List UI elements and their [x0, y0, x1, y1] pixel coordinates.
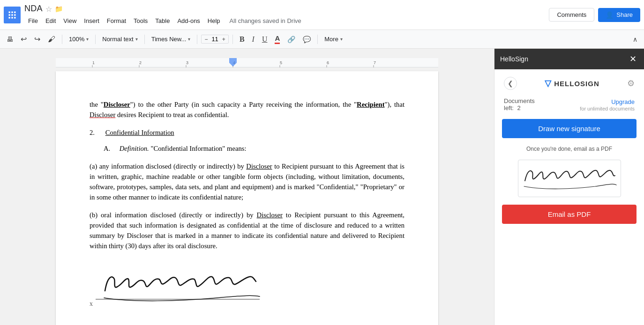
italic-icon: I — [252, 35, 255, 44]
signature-preview-svg — [520, 162, 619, 195]
bold-button[interactable]: B — [237, 33, 247, 45]
font-size-decrease[interactable]: − — [203, 36, 209, 43]
nav-left-button[interactable]: ❮ — [504, 77, 517, 90]
comment-icon: 💬 — [303, 36, 311, 43]
menu-help[interactable]: Help — [204, 15, 224, 26]
menu-insert[interactable]: Insert — [80, 15, 103, 26]
text-color-button[interactable]: A — [272, 32, 283, 46]
saved-status: All changes saved in Drive — [230, 17, 301, 24]
bold-icon: B — [240, 35, 245, 44]
docs-left-sub: left: — [504, 104, 514, 111]
svg-text:6: 6 — [327, 60, 329, 65]
hellosign-close-button[interactable]: ✕ — [628, 52, 638, 66]
separator-4 — [197, 35, 197, 44]
separator-2 — [95, 35, 96, 44]
menu-format[interactable]: Format — [103, 15, 130, 26]
signature-area: x — [90, 265, 404, 310]
font-size-selector[interactable]: − 11 + — [201, 35, 229, 44]
means-text: means: — [227, 145, 247, 152]
print-icon: 🖶 — [7, 36, 13, 43]
top-bar: NDA ☆ 📁 File Edit View Insert Format Too… — [0, 0, 644, 30]
menu-tools[interactable]: Tools — [130, 15, 151, 26]
collapse-toolbar-button[interactable]: ∧ — [630, 34, 640, 45]
left-arrow-icon: ❮ — [508, 80, 513, 87]
paint-format-button[interactable]: 🖌 — [45, 33, 58, 45]
style-selector[interactable]: Normal text ▾ — [99, 34, 140, 44]
font-selector[interactable]: Times New... ▾ — [149, 34, 194, 44]
svg-rect-4 — [11, 14, 13, 15]
menu-view[interactable]: View — [60, 15, 80, 26]
para-a: (a) any information disclosed (directly … — [90, 161, 404, 202]
doc-title[interactable]: NDA — [24, 4, 43, 14]
menu-table[interactable]: Table — [151, 15, 173, 26]
discloser-link-a: Discloser — [246, 162, 272, 170]
style-arrow: ▾ — [135, 37, 138, 42]
hellosign-panel: HelloSign ✕ ❮ ▽ HELLOSIGN ⚙ — [494, 49, 644, 325]
email-pdf-button[interactable]: Email as PDF — [502, 205, 637, 224]
recipient-term: Recipient — [357, 101, 384, 108]
svg-rect-8 — [14, 17, 15, 18]
once-done-text: Once you're done, email as a PDF — [526, 146, 612, 152]
undo-icon: ↩ — [21, 35, 27, 44]
section-2-heading: 2. Confidential Information — [90, 127, 404, 138]
svg-rect-5 — [14, 14, 15, 15]
menu-bar: File Edit View Insert Format Tools Table… — [24, 15, 301, 26]
confidential-info-quote: "Confidential Information" — [150, 145, 225, 152]
menu-addons[interactable]: Add-ons — [173, 15, 203, 26]
gear-icon: ⚙ — [627, 79, 635, 88]
font-size-increase[interactable]: + — [221, 36, 226, 43]
collapse-icon: ∧ — [633, 36, 637, 43]
draw-signature-button[interactable]: Draw new signature — [502, 119, 637, 138]
svg-rect-0 — [9, 11, 10, 13]
zoom-value: 100% — [69, 36, 84, 43]
hellosign-logo-icon: ▽ — [545, 78, 551, 89]
svg-rect-2 — [14, 11, 15, 13]
separator-5 — [232, 35, 233, 44]
underline-button[interactable]: U — [259, 33, 270, 45]
menu-edit[interactable]: Edit — [42, 15, 60, 26]
redo-icon: ↪ — [34, 35, 40, 44]
intro-paragraph: the "Discloser") to the other Party (in … — [90, 99, 404, 120]
separator-3 — [144, 35, 145, 44]
text-color-icon: A — [275, 34, 280, 44]
font-size-value: 11 — [210, 36, 220, 43]
docs-left-label: Documents — [504, 97, 535, 104]
share-button[interactable]: 👤 Share — [598, 8, 640, 22]
google-apps-button[interactable] — [4, 7, 21, 23]
folder-icon[interactable]: 📁 — [55, 5, 63, 13]
section-title: Confidential Information — [105, 129, 174, 136]
discloser-red: Discloser — [90, 111, 115, 118]
print-button[interactable]: 🖶 — [4, 34, 16, 45]
undo-button[interactable]: ↩ — [18, 33, 30, 45]
hellosign-header: HelloSign ✕ — [494, 49, 644, 69]
separator-1 — [62, 35, 62, 44]
comment-button[interactable]: 💬 — [300, 34, 314, 45]
zoom-selector[interactable]: 100% ▾ — [66, 34, 91, 44]
zoom-arrow: ▾ — [86, 37, 89, 42]
share-label: Share — [616, 11, 633, 18]
comments-button[interactable]: Comments — [549, 8, 594, 22]
signature-x-label: x — [90, 299, 93, 309]
link-button[interactable]: 🔗 — [285, 34, 298, 45]
more-button[interactable]: More ▾ — [322, 34, 345, 44]
share-icon: 👤 — [606, 11, 614, 19]
hellosign-nav: ❮ ▽ HELLOSIGN ⚙ — [502, 77, 637, 90]
star-icon[interactable]: ☆ — [45, 5, 52, 14]
redo-button[interactable]: ↪ — [31, 33, 43, 45]
hellosign-settings-button[interactable]: ⚙ — [627, 78, 635, 89]
discloser-term: Discloser — [104, 101, 130, 108]
doc-area[interactable]: 1 2 3 4 5 6 7 the — [0, 49, 494, 325]
italic-button[interactable]: I — [249, 33, 257, 45]
definition-italic: Definition. — [120, 145, 149, 152]
font-value: Times New... — [151, 36, 187, 43]
hellosign-logo: ▽ HELLOSIGN — [545, 78, 599, 89]
doc-page: the "Discloser") to the other Party (in … — [56, 71, 438, 325]
upgrade-section: Upgrade for unlimited documents — [580, 97, 635, 111]
hellosign-body: ❮ ▽ HELLOSIGN ⚙ Documents left: 2 — [494, 69, 644, 325]
svg-rect-7 — [11, 17, 13, 18]
menu-file[interactable]: File — [24, 15, 42, 26]
signature-drawing — [96, 263, 264, 310]
upgrade-link[interactable]: Upgrade — [611, 98, 635, 105]
upgrade-desc: for unlimited documents — [580, 106, 635, 111]
svg-marker-24 — [229, 58, 237, 66]
